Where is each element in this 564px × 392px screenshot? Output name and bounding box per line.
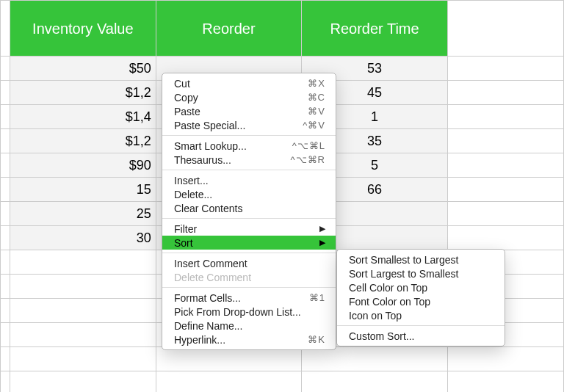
submenu-item-cell-color-top[interactable]: Cell Color on Top (337, 280, 505, 294)
cell-inventory[interactable]: $1,4 (10, 105, 156, 129)
menu-item-delete-comment: Delete Comment (162, 270, 336, 284)
submenu-arrow-icon: ▶ (319, 238, 325, 247)
menu-label: Thesaurus... (174, 154, 291, 166)
menu-label: Paste Special... (174, 120, 303, 131)
menu-item-define-name[interactable]: Define Name... (162, 319, 336, 333)
menu-separator (162, 135, 336, 136)
menu-separator (337, 325, 505, 326)
menu-label: Copy (174, 92, 308, 104)
menu-item-pick-from-list[interactable]: Pick From Drop-down List... (162, 305, 336, 319)
cell-inventory[interactable]: 25 (10, 202, 156, 226)
menu-shortcut: ⌘V (308, 106, 325, 117)
menu-label: Insert Comment (174, 258, 325, 269)
menu-item-cut[interactable]: Cut ⌘X (162, 76, 336, 90)
menu-label: Format Cells... (174, 292, 309, 304)
menu-item-insert[interactable]: Insert... (162, 173, 336, 187)
menu-label: Icon on Top (349, 310, 494, 322)
cell-inventory[interactable]: $90 (10, 153, 156, 178)
header-reorder-time[interactable]: Reorder Time (302, 1, 448, 57)
cell-inventory[interactable]: $50 (10, 57, 156, 81)
sort-submenu: Sort Smallest to Largest Sort Largest to… (336, 249, 505, 346)
menu-label: Cell Color on Top (349, 282, 494, 294)
menu-shortcut: ⌘1 (309, 292, 325, 303)
menu-label: Delete... (174, 189, 325, 200)
menu-shortcut: ⌘X (308, 78, 325, 89)
menu-separator (162, 218, 336, 219)
menu-separator (162, 170, 336, 170)
submenu-item-font-color-top[interactable]: Font Color on Top (337, 294, 505, 308)
menu-item-paste[interactable]: Paste ⌘V (162, 104, 336, 118)
menu-item-hyperlink[interactable]: Hyperlink... ⌘K (162, 333, 336, 346)
menu-shortcut: ^⌥⌘R (291, 154, 326, 165)
cell-inventory[interactable]: $1,2 (10, 81, 156, 105)
header-inventory-value[interactable]: Inventory Value (10, 1, 156, 57)
menu-separator (162, 287, 336, 288)
menu-item-insert-comment[interactable]: Insert Comment (162, 256, 336, 270)
menu-label: Sort Largest to Smallest (349, 268, 494, 280)
menu-shortcut: ^⌥⌘L (292, 140, 325, 151)
menu-label: Sort (174, 237, 315, 249)
cell-inventory[interactable]: $1,2 (10, 129, 156, 153)
menu-shortcut: ⌘C (308, 92, 325, 103)
menu-item-clear-contents[interactable]: Clear Contents (162, 201, 336, 215)
submenu-item-icon-on-top[interactable]: Icon on Top (337, 308, 505, 322)
menu-item-paste-special[interactable]: Paste Special... ^⌘V (162, 118, 336, 132)
submenu-item-custom-sort[interactable]: Custom Sort... (337, 329, 505, 343)
menu-label: Clear Contents (174, 203, 325, 214)
menu-label: Filter (174, 223, 315, 235)
menu-item-copy[interactable]: Copy ⌘C (162, 90, 336, 104)
menu-label: Custom Sort... (349, 330, 494, 342)
menu-label: Delete Comment (174, 272, 325, 283)
menu-item-thesaurus[interactable]: Thesaurus... ^⌥⌘R (162, 153, 336, 167)
submenu-arrow-icon: ▶ (319, 224, 325, 233)
menu-label: Hyperlink... (174, 334, 308, 346)
menu-item-filter[interactable]: Filter ▶ (162, 222, 336, 236)
menu-label: Sort Smallest to Largest (349, 254, 494, 266)
menu-item-delete[interactable]: Delete... (162, 187, 336, 201)
header-reorder[interactable]: Reorder (156, 1, 302, 57)
menu-label: Insert... (174, 175, 325, 186)
menu-label: Paste (174, 106, 308, 117)
menu-item-smart-lookup[interactable]: Smart Lookup... ^⌥⌘L (162, 139, 336, 153)
context-menu: Cut ⌘X Copy ⌘C Paste ⌘V Paste Special...… (162, 73, 336, 350)
menu-item-format-cells[interactable]: Format Cells... ⌘1 (162, 291, 336, 305)
menu-shortcut: ^⌘V (303, 120, 325, 131)
cell-inventory[interactable]: 15 (10, 178, 156, 202)
menu-label: Font Color on Top (349, 296, 494, 308)
menu-label: Define Name... (174, 320, 325, 332)
menu-label: Smart Lookup... (174, 140, 292, 152)
menu-label: Pick From Drop-down List... (174, 306, 325, 318)
submenu-item-sort-smallest[interactable]: Sort Smallest to Largest (337, 253, 505, 266)
menu-separator (162, 253, 336, 253)
menu-label: Cut (174, 78, 308, 90)
menu-item-sort[interactable]: Sort ▶ (162, 236, 336, 250)
menu-shortcut: ⌘K (308, 334, 325, 345)
submenu-item-sort-largest[interactable]: Sort Largest to Smallest (337, 266, 505, 280)
cell-inventory[interactable]: 30 (10, 226, 156, 250)
